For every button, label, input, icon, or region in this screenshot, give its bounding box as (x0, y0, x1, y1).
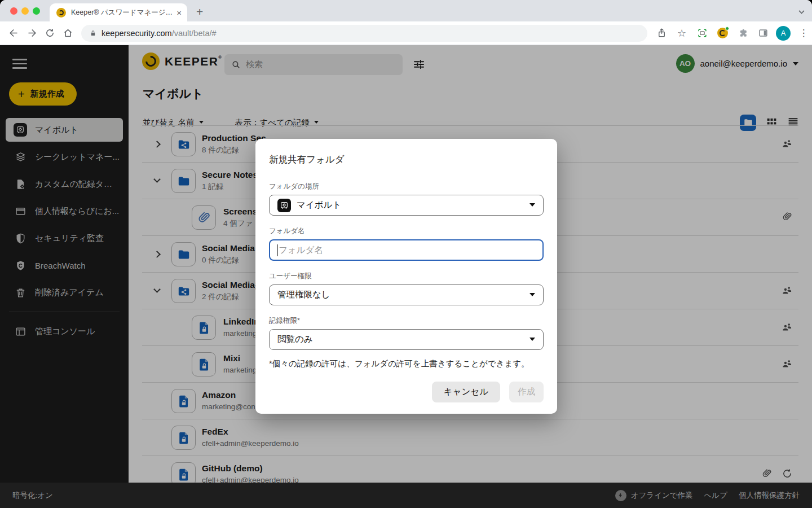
macos-minimize-button[interactable] (21, 7, 29, 15)
keeper-app: + 新規作成 マイボルトシークレットマネー...カスタムの記録タイプ個人情報なら… (0, 45, 812, 508)
browser-toolbar: keepersecurity.com/vault/beta/# ☆ A ⋮ (0, 21, 812, 45)
browser-profile-avatar[interactable]: A (775, 25, 792, 42)
address-bar[interactable]: keepersecurity.com/vault/beta/# (81, 25, 647, 42)
bookmark-star-button[interactable]: ☆ (673, 25, 690, 42)
record-permissions-label: 記録権限* (269, 316, 544, 326)
macos-zoom-button[interactable] (33, 7, 40, 15)
home-button[interactable] (59, 24, 77, 42)
screenshot-extension-button[interactable] (694, 25, 710, 42)
folder-location-label: フォルダの場所 (269, 182, 544, 191)
browser-menu-button[interactable]: ⋮ (795, 25, 812, 42)
url-path: /vault/beta/# (172, 29, 217, 38)
create-button[interactable]: 作成 (509, 382, 544, 402)
permissions-note: *個々の記録の許可は、フォルダの許可を上書きすることができます。 (269, 358, 544, 369)
chevron-down-icon (529, 338, 535, 344)
keeper-extension-button[interactable] (714, 25, 731, 42)
tab-title: Keeper® パスワードマネージャー (71, 8, 173, 17)
user-permissions-select[interactable]: 管理権限なし (269, 284, 544, 305)
new-shared-folder-dialog: 新規共有フォルダ フォルダの場所 マイボルト フォルダ名 フォルダ名 ユーザー権… (255, 139, 557, 414)
tab-search-chevron-icon[interactable] (798, 8, 804, 14)
dialog-actions: キャンセル 作成 (269, 382, 544, 402)
folder-name-input[interactable]: フォルダ名 (269, 239, 544, 261)
text-cursor (277, 244, 278, 256)
reload-button[interactable] (41, 24, 59, 42)
new-tab-button[interactable]: + (196, 5, 203, 19)
folder-name-label: フォルダ名 (269, 226, 544, 236)
macos-close-button[interactable] (10, 7, 17, 15)
record-permissions-select[interactable]: 閲覧のみ (269, 329, 544, 350)
folder-location-value: マイボルト (297, 199, 524, 211)
lock-icon (89, 29, 97, 37)
folder-location-select[interactable]: マイボルト (269, 195, 544, 216)
toolbar-actions: ☆ A ⋮ (653, 25, 812, 42)
extensions-puzzle-button[interactable] (734, 25, 751, 42)
browser-window: Keeper® パスワードマネージャー × + keepersecurity.c… (0, 0, 812, 508)
cancel-button[interactable]: キャンセル (432, 382, 500, 402)
record-permissions-value: 閲覧のみ (277, 334, 524, 345)
keeper-favicon-icon (56, 8, 66, 17)
user-permissions-label: ユーザー権限 (269, 271, 544, 281)
url-domain: keepersecurity.com (102, 29, 172, 38)
dialog-title: 新規共有フォルダ (269, 154, 544, 166)
vault-icon (277, 199, 291, 212)
browser-tab-strip: Keeper® パスワードマネージャー × + (0, 0, 812, 21)
back-button[interactable] (5, 24, 23, 42)
chevron-down-icon (529, 203, 535, 209)
user-permissions-value: 管理権限なし (277, 289, 524, 301)
share-button[interactable] (653, 25, 670, 42)
chevron-down-icon (529, 293, 535, 299)
folder-name-placeholder: フォルダ名 (279, 244, 323, 256)
forward-button[interactable] (23, 24, 41, 42)
browser-tab[interactable]: Keeper® パスワードマネージャー × (50, 3, 187, 21)
tab-close-icon[interactable]: × (176, 8, 182, 17)
side-panel-button[interactable] (754, 25, 771, 42)
